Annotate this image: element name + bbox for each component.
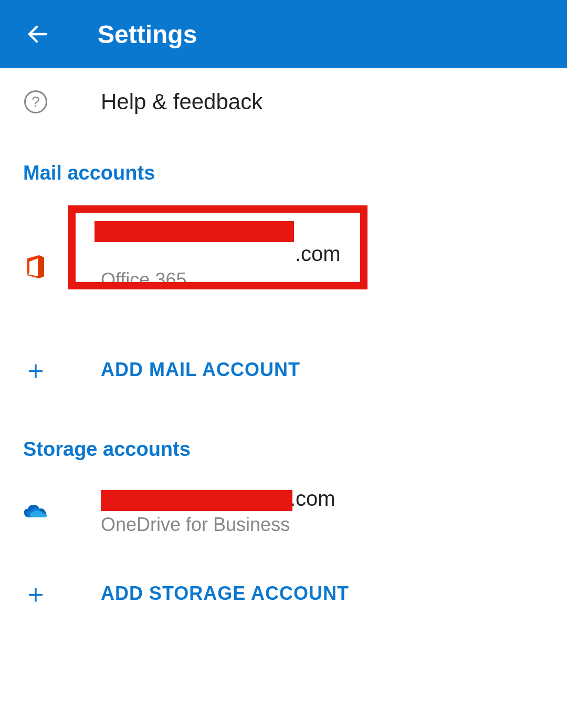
- help-feedback-row[interactable]: ? Help & feedback: [0, 68, 567, 136]
- app-header: Settings: [0, 0, 567, 68]
- storage-account-row[interactable]: .com OneDrive for Business: [0, 471, 567, 552]
- plus-icon: ＋: [23, 580, 49, 607]
- onedrive-icon: [23, 502, 48, 521]
- add-storage-account-button[interactable]: ＋ ADD STORAGE ACCOUNT: [0, 552, 567, 636]
- mail-account-row[interactable]: .com Office 365: [0, 226, 567, 307]
- office-icon: [23, 253, 48, 280]
- storage-accounts-header: Storage accounts: [0, 412, 567, 471]
- plus-icon: ＋: [23, 357, 49, 383]
- back-button[interactable]: [25, 22, 50, 47]
- page-title: Settings: [98, 20, 197, 49]
- annotation-redaction: [101, 490, 292, 511]
- mail-account-provider: Office 365: [101, 269, 341, 291]
- storage-account-provider: OneDrive for Business: [101, 514, 335, 536]
- add-mail-account-label: ADD MAIL ACCOUNT: [101, 359, 300, 381]
- help-feedback-label: Help & feedback: [101, 89, 262, 115]
- add-storage-account-label: ADD STORAGE ACCOUNT: [101, 583, 349, 605]
- mail-accounts-header: Mail accounts: [0, 136, 567, 195]
- add-mail-account-button[interactable]: ＋ ADD MAIL ACCOUNT: [0, 328, 567, 412]
- annotation-redaction: [94, 221, 294, 242]
- mail-account-email: .com: [101, 242, 341, 266]
- arrow-left-icon: [25, 20, 50, 48]
- help-icon: ?: [23, 90, 48, 113]
